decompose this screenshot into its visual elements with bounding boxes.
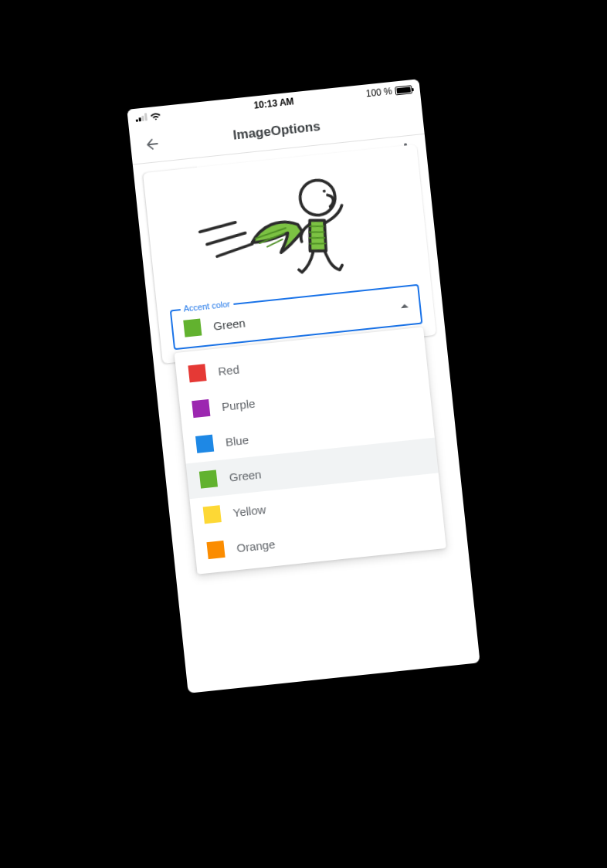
color-swatch-icon bbox=[203, 505, 222, 524]
selected-color-text: Green bbox=[212, 300, 401, 332]
color-swatch-icon bbox=[206, 541, 225, 559]
color-swatch-icon bbox=[199, 470, 218, 488]
accent-option-label: Blue bbox=[225, 432, 249, 448]
svg-line-0 bbox=[199, 222, 236, 232]
illustration bbox=[143, 144, 431, 311]
svg-line-2 bbox=[216, 244, 253, 256]
phone-frame: 10:13 AM 100 % ImageOptions bbox=[127, 79, 480, 693]
color-swatch-icon bbox=[195, 435, 214, 453]
color-swatch-icon bbox=[188, 364, 206, 382]
accent-option-label: Red bbox=[217, 362, 239, 378]
selected-color-swatch bbox=[183, 319, 202, 337]
back-button[interactable] bbox=[135, 127, 169, 161]
battery-icon bbox=[395, 85, 412, 95]
svg-line-1 bbox=[206, 233, 246, 245]
wifi-icon bbox=[150, 111, 161, 120]
color-swatch-icon bbox=[192, 399, 210, 418]
content-area: Accent color Green RedPurpleBlueGreenYel… bbox=[133, 134, 446, 374]
arrow-left-icon bbox=[143, 134, 161, 153]
cellular-signal-icon bbox=[135, 113, 148, 122]
accent-option-label: Yellow bbox=[232, 503, 266, 519]
battery-percentage: 100 % bbox=[365, 86, 392, 99]
accent-color-dropdown: RedPurpleBlueGreenYellowOrange bbox=[175, 327, 446, 574]
accent-option-label: Orange bbox=[236, 537, 276, 554]
accent-option-label: Green bbox=[229, 467, 262, 483]
accent-option-label: Purple bbox=[221, 396, 256, 412]
image-options-card: Accent color Green RedPurpleBlueGreenYel… bbox=[143, 144, 436, 364]
status-time: 10:13 AM bbox=[253, 96, 294, 110]
superhero-doodle-icon bbox=[186, 157, 387, 300]
chevron-up-icon bbox=[401, 303, 409, 308]
